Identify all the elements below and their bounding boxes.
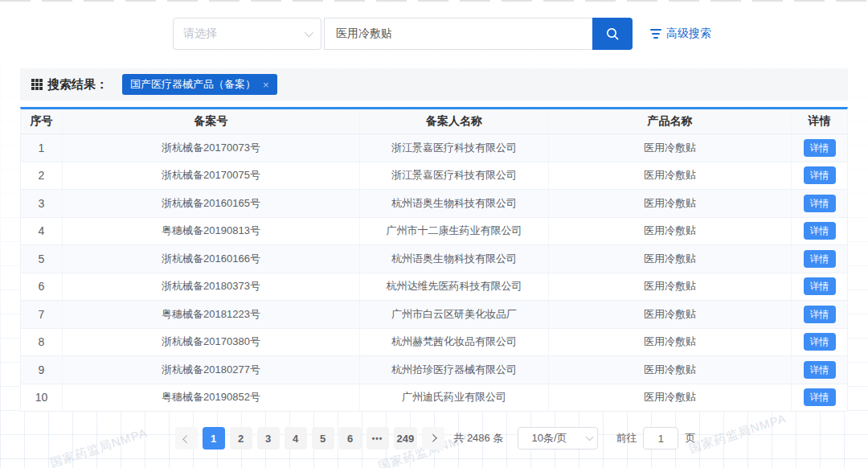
tag-close-icon[interactable]: × <box>263 80 269 90</box>
detail-button[interactable]: 详情 <box>804 195 836 212</box>
search-category-select[interactable]: 请选择 <box>173 18 321 50</box>
row-registrant: 广州市十二康生药业有限公司 <box>360 218 549 245</box>
page-button[interactable]: 4 <box>285 427 307 450</box>
grid-icon <box>31 79 43 90</box>
row-no: 6 <box>21 273 63 301</box>
table-row: 4 粤穗械备20190813号 广州市十二康生药业有限公司 医用冷敷贴 详情 <box>21 218 847 246</box>
detail-button[interactable]: 详情 <box>804 388 836 406</box>
row-product: 医用冷敷贴 <box>549 384 792 412</box>
table-row: 5 浙杭械备20160166号 杭州语奥生物科技有限公司 医用冷敷贴 详情 <box>21 245 847 273</box>
chevron-left-icon <box>182 435 190 443</box>
table-row: 9 浙杭械备20180277号 杭州拾珍医疗器械有限公司 医用冷敷贴 详情 <box>21 356 847 384</box>
filter-icon <box>650 29 661 39</box>
row-no: 7 <box>21 301 63 328</box>
column-header-registrant: 备案人名称 <box>360 109 549 133</box>
results-label-wrap: 搜索结果： <box>31 77 108 92</box>
row-registrant: 浙江景嘉医疗科技有限公司 <box>360 162 549 190</box>
row-no: 4 <box>21 218 63 245</box>
table-row: 7 粤穗械备20181223号 广州市白云区研美化妆品厂 医用冷敷贴 详情 <box>21 301 847 329</box>
page-size-select[interactable]: 10条/页 <box>518 427 598 450</box>
row-product: 医用冷敷贴 <box>549 273 792 301</box>
row-product: 医用冷敷贴 <box>549 134 792 162</box>
row-record-no: 浙杭械备20170075号 <box>63 162 360 190</box>
next-page-button[interactable] <box>422 427 444 450</box>
detail-button[interactable]: 详情 <box>804 306 836 323</box>
search-button[interactable] <box>592 18 633 50</box>
detail-button[interactable]: 详情 <box>804 250 836 268</box>
row-registrant: 广州迪氏药业有限公司 <box>360 384 549 412</box>
page-button[interactable]: 6 <box>339 427 362 450</box>
row-record-no: 浙杭械备20170380号 <box>63 329 360 356</box>
more-pages-icon[interactable]: ••• <box>366 427 389 450</box>
detail-button[interactable]: 详情 <box>804 139 836 157</box>
row-no: 5 <box>21 245 63 273</box>
goto-page-input[interactable] <box>643 427 678 450</box>
page-unit-label: 页 <box>685 431 695 445</box>
row-registrant: 杭州语奥生物科技有限公司 <box>360 245 549 273</box>
detail-button[interactable]: 详情 <box>804 277 836 295</box>
column-header-record-no: 备案号 <box>63 109 360 133</box>
page-button[interactable]: 249 <box>394 427 418 450</box>
search-input[interactable] <box>324 18 592 50</box>
select-placeholder: 请选择 <box>183 27 217 41</box>
column-header-detail: 详情 <box>792 109 847 133</box>
detail-button[interactable]: 详情 <box>804 361 836 379</box>
row-product: 医用冷敷贴 <box>549 190 792 217</box>
row-record-no: 粤穗械备20190852号 <box>63 384 360 412</box>
chevron-right-icon <box>429 433 437 441</box>
prev-page-button[interactable] <box>175 427 198 450</box>
table-row: 1 浙杭械备20170073号 浙江景嘉医疗科技有限公司 医用冷敷贴 详情 <box>21 134 847 162</box>
goto-page-group: 前往 页 <box>616 427 695 450</box>
row-record-no: 粤穗械备20190813号 <box>63 218 360 245</box>
page-size-value: 10条/页 <box>531 431 567 445</box>
results-table: 序号 备案号 备案人名称 产品名称 详情 1 浙杭械备20170073号 浙江景… <box>20 107 848 412</box>
row-no: 1 <box>21 134 63 162</box>
advanced-search-link[interactable]: 高级搜索 <box>650 18 711 50</box>
table-row: 10 粤穗械备20190852号 广州迪氏药业有限公司 医用冷敷贴 详情 <box>21 384 847 413</box>
row-product: 医用冷敷贴 <box>549 329 792 356</box>
detail-button[interactable]: 详情 <box>804 222 836 240</box>
goto-label: 前往 <box>616 431 637 445</box>
results-label: 搜索结果： <box>47 77 108 92</box>
row-no: 8 <box>21 329 63 356</box>
total-count-label: 共 2486 条 <box>453 431 503 445</box>
column-header-product: 产品名称 <box>549 109 792 133</box>
row-record-no: 浙杭械备20160165号 <box>63 190 360 217</box>
row-record-no: 粤穗械备20181223号 <box>63 301 360 328</box>
row-product: 医用冷敷贴 <box>549 218 792 245</box>
row-no: 2 <box>21 162 63 190</box>
chevron-down-icon <box>586 433 594 441</box>
row-record-no: 浙杭械备20160166号 <box>63 245 360 273</box>
row-no: 10 <box>21 384 63 412</box>
page-button[interactable]: 3 <box>257 427 280 450</box>
row-registrant: 杭州达维先医药科技有限公司 <box>360 273 549 301</box>
row-registrant: 杭州语奥生物科技有限公司 <box>360 190 549 217</box>
advanced-search-label: 高级搜索 <box>666 27 711 41</box>
page-button-active[interactable]: 1 <box>203 427 225 450</box>
pagination: 1 2 3 4 5 6 ••• 249 共 2486 条 10条/页 前往 页 <box>0 427 868 450</box>
row-registrant: 杭州赫梵茜化妆品有限公司 <box>360 329 549 356</box>
page-button[interactable]: 2 <box>230 427 252 450</box>
table-row: 2 浙杭械备20170075号 浙江景嘉医疗科技有限公司 医用冷敷贴 详情 <box>21 162 847 191</box>
row-product: 医用冷敷贴 <box>549 301 792 328</box>
table-row: 8 浙杭械备20170380号 杭州赫梵茜化妆品有限公司 医用冷敷贴 详情 <box>21 329 847 357</box>
row-product: 医用冷敷贴 <box>549 245 792 273</box>
row-product: 医用冷敷贴 <box>549 162 792 190</box>
row-record-no: 浙杭械备20180277号 <box>63 356 360 384</box>
column-header-no: 序号 <box>21 109 63 133</box>
filter-tag: 国产医疗器械产品（备案） × <box>122 74 277 95</box>
row-product: 医用冷敷贴 <box>549 356 792 384</box>
table-header-row: 序号 备案号 备案人名称 产品名称 详情 <box>21 109 847 134</box>
row-registrant: 广州市白云区研美化妆品厂 <box>360 301 549 328</box>
row-registrant: 杭州拾珍医疗器械有限公司 <box>360 356 549 384</box>
row-registrant: 浙江景嘉医疗科技有限公司 <box>360 134 549 162</box>
page-button[interactable]: 5 <box>312 427 334 450</box>
row-record-no: 浙杭械备20180373号 <box>63 273 360 301</box>
detail-button[interactable]: 详情 <box>804 166 836 184</box>
search-bar: 请选择 高级搜索 <box>173 18 711 50</box>
row-no: 9 <box>21 356 63 384</box>
row-record-no: 浙杭械备20170073号 <box>63 134 360 162</box>
row-no: 3 <box>21 190 63 217</box>
table-row: 3 浙杭械备20160165号 杭州语奥生物科技有限公司 医用冷敷贴 详情 <box>21 190 847 218</box>
detail-button[interactable]: 详情 <box>804 333 836 351</box>
